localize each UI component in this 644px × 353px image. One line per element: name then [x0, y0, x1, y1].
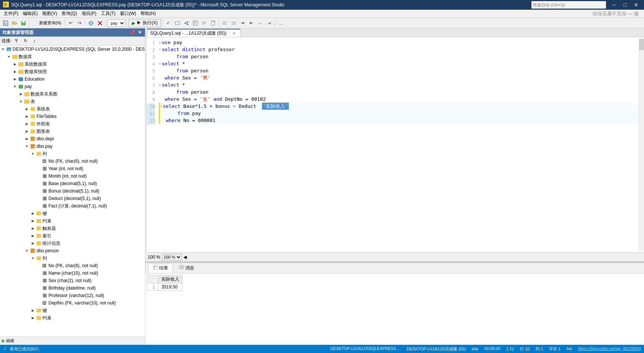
messages-tab[interactable]: 消息	[174, 264, 199, 273]
save-btn[interactable]	[19, 19, 28, 27]
editor-area[interactable]: 12345 6789 10 11 12 ⊖ use pay ⊖ select	[145, 37, 644, 252]
tree-item-graph-tables[interactable]: ▶ 图形表	[0, 128, 145, 135]
fold-2[interactable]: ⊖	[159, 46, 161, 53]
tree-item-dbo-pay[interactable]: ▼ dbo.pay	[0, 143, 145, 150]
expand-pay-stats[interactable]: ▶	[30, 241, 36, 245]
connect-btn[interactable]	[87, 19, 95, 27]
menu-query[interactable]: 查询(Q)	[59, 10, 79, 18]
tree-item-pay-triggers[interactable]: ▶ 触发器	[0, 225, 145, 232]
disconnect-btn[interactable]	[96, 19, 104, 27]
tree-item-filetables[interactable]: ▶ FileTables	[0, 113, 145, 120]
tree-item-pay-constraints[interactable]: ▶ 约束	[0, 217, 145, 225]
tree-item-databases[interactable]: ▼ 数据库	[0, 53, 145, 60]
tree-item-external-tables[interactable]: ▶ 外部表	[0, 120, 145, 128]
expand-sysdb[interactable]: ▶	[12, 62, 18, 66]
menu-project[interactable]: 项目(P)	[79, 10, 99, 18]
tree-item-col-base[interactable]: Base (decimal(5,1), null)	[0, 180, 145, 187]
quick-search-input[interactable]	[531, 1, 606, 9]
tree-item-person-sex[interactable]: Sex (char(2), not null)	[0, 277, 145, 284]
expand-dbo-person[interactable]: ▼	[24, 249, 30, 253]
expand-pay-keys[interactable]: ▶	[30, 212, 36, 215]
tree-item-sysdb[interactable]: ▶ 系统数据库	[0, 60, 145, 68]
expand-server[interactable]: ▼	[0, 47, 6, 51]
results-content[interactable]: 实际收入 1 3519.50	[145, 274, 644, 345]
menu-file[interactable]: 文件(F)	[1, 10, 20, 18]
check-btn[interactable]: ✓	[164, 19, 173, 27]
expand-dbsnap[interactable]: ▶	[12, 70, 18, 74]
uncomment-btn[interactable]: -×	[265, 19, 274, 27]
tree-item-person-no[interactable]: ⇒ No (PK, char(6), not null)	[0, 262, 145, 269]
tree-item-pay-db[interactable]: ▼ pay	[0, 83, 145, 90]
expand-pay-dbdiagram[interactable]: ▶	[18, 92, 24, 96]
oe-filter-btn[interactable]	[12, 37, 20, 45]
indent-btn[interactable]: ⇥	[239, 19, 247, 27]
expand-pay-db[interactable]: ▼	[12, 85, 18, 88]
parse-btn[interactable]	[173, 19, 181, 27]
expand-pay-cols[interactable]: ▼	[30, 152, 36, 156]
tree-item-col-fact[interactable]: Fact (计算, decimal(7,1), null)	[0, 202, 145, 210]
csdn-url[interactable]: https://blog.csdn.net/qq_46226034	[578, 346, 641, 352]
editor-code[interactable]: ⊖ use pay ⊖ select distinct professor fr…	[157, 39, 639, 251]
fold-7[interactable]: ⊖	[159, 81, 161, 88]
menu-view[interactable]: 视图(V)	[40, 10, 59, 18]
new-query-text-btn[interactable]: 📄 新建查询(N)	[31, 19, 63, 27]
redo-btn[interactable]: ↪	[75, 19, 83, 27]
expand-person-constraints[interactable]: ▶	[30, 316, 36, 320]
tree-item-person-birthday[interactable]: Birthday (datetime, null)	[0, 284, 145, 292]
editor-scrollbar-thumb[interactable]	[639, 39, 644, 50]
oe-close-btn[interactable]: ✕	[137, 30, 143, 35]
results-btn[interactable]	[191, 19, 199, 27]
expand-graph-tables[interactable]: ▶	[24, 129, 30, 133]
tree-item-pay-stats[interactable]: ▶ 统计信息	[0, 240, 145, 247]
oe-pin-btn[interactable]: 📌	[128, 30, 136, 35]
tree-item-pay-keys[interactable]: ▶ 键	[0, 210, 145, 217]
expand-person-cols[interactable]: ▼	[30, 256, 36, 260]
tree-item-person-name[interactable]: Name (char(10), not null)	[0, 269, 145, 277]
tree-item-systables[interactable]: ▶ 系统表	[0, 105, 145, 113]
minimize-button[interactable]: ─	[609, 0, 619, 10]
tree-item-dbo-person[interactable]: ▼ dbo.person	[0, 247, 145, 254]
tree-item-col-bonus[interactable]: Bonus (decimal(5,1), null)	[0, 187, 145, 195]
database-dropdown[interactable]: pay	[107, 19, 125, 27]
tree-item-person-constraints[interactable]: ▶ 约束	[0, 314, 145, 322]
tree-item-col-year[interactable]: Year (int, not null)	[0, 165, 145, 172]
tree-item-pay-indexes[interactable]: ▶ 索引	[0, 232, 145, 240]
align-left-btn[interactable]	[221, 19, 229, 27]
align-right-btn[interactable]	[230, 19, 238, 27]
open-btn[interactable]	[10, 19, 19, 27]
fold-1[interactable]: ⊖	[159, 39, 161, 46]
results-file-btn[interactable]	[209, 19, 217, 27]
oe-expand-btn[interactable]: ↕	[30, 37, 38, 45]
comment-btn[interactable]: --	[256, 19, 265, 27]
query-tab-close-btn[interactable]: ✕	[233, 31, 236, 35]
new-query-btn[interactable]: N	[1, 19, 10, 27]
tree-item-server[interactable]: ▼ SQ DESKTOP-LV1A1J2\SQLEXPRESS (SQL Ser…	[0, 46, 145, 53]
results-tab[interactable]: 结果	[148, 264, 173, 273]
expand-databases[interactable]: ▼	[6, 55, 12, 59]
show-plan-btn[interactable]	[182, 19, 190, 27]
expand-education[interactable]: ▶	[12, 77, 18, 81]
maximize-button[interactable]: □	[620, 0, 630, 10]
oe-tree[interactable]: ▼ SQ DESKTOP-LV1A1J2\SQLEXPRESS (SQL Ser…	[0, 46, 145, 337]
expand-dbo-pay[interactable]: ▼	[24, 144, 30, 148]
menu-edit[interactable]: 编辑(E)	[20, 10, 40, 18]
expand-pay-triggers[interactable]: ▶	[30, 227, 36, 230]
results-text-btn[interactable]	[200, 19, 208, 27]
scroll-left-btn[interactable]: ◀	[183, 254, 187, 260]
tree-item-col-no[interactable]: ⇒ No (FK, char(6), not null)	[0, 157, 145, 165]
menu-tools[interactable]: 工具(T)	[99, 10, 118, 18]
execute-button[interactable]: ▶ ▶ 执行(X)	[129, 19, 161, 27]
zoom-dropdown[interactable]: 100 %	[162, 254, 182, 260]
expand-external-tables[interactable]: ▶	[24, 122, 30, 126]
expand-person-keys[interactable]: ▶	[30, 309, 36, 312]
tree-item-person-professor[interactable]: Professor (varchar(12), null)	[0, 292, 145, 299]
tree-item-col-deduct[interactable]: Deduct (decimal(5,1), null)	[0, 195, 145, 202]
expand-pay-tables[interactable]: ▼	[18, 100, 24, 103]
oe-connect-label[interactable]: 连接·	[1, 38, 12, 44]
tree-item-pay-cols-folder[interactable]: ▼ 列	[0, 150, 145, 157]
menu-help[interactable]: 帮助(H)	[138, 10, 158, 18]
tree-item-person-cols-folder[interactable]: ▼ 列	[0, 254, 145, 262]
undo-btn[interactable]: ↩	[66, 19, 75, 27]
expand-filetables[interactable]: ▶	[24, 115, 30, 118]
tree-item-person-deptno[interactable]: ⇒ DeptNo (FK, varchar(10), not null)	[0, 299, 145, 307]
